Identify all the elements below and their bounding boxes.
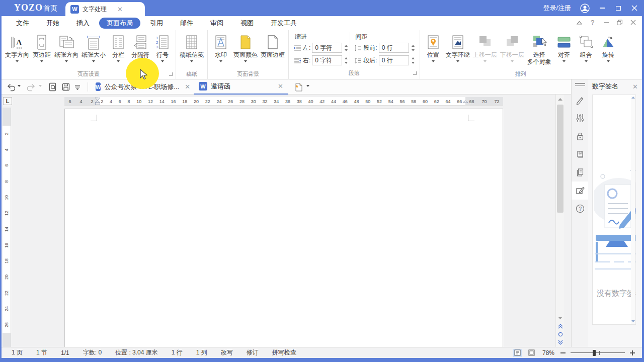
window-maximize-button[interactable] xyxy=(615,5,622,12)
paper-size-button[interactable]: 纸张大小 xyxy=(80,32,107,64)
menu-item[interactable]: 插入 xyxy=(69,18,97,29)
dialog-launcher-icon[interactable] xyxy=(413,71,417,75)
save-button[interactable] xyxy=(60,81,72,93)
spin-down-icon[interactable] xyxy=(412,62,415,65)
indent-left-input[interactable]: 0 字符 xyxy=(312,43,342,53)
page-color-button[interactable]: 页面颜色 xyxy=(232,32,259,64)
menu-item[interactable]: 页面布局 xyxy=(99,18,140,29)
text-direction-button[interactable]: A 文字方向 xyxy=(4,32,31,64)
zoom-in-icon[interactable] xyxy=(630,350,635,355)
status-item[interactable]: 1/1 xyxy=(61,349,69,356)
tab-stop-selector[interactable]: L xyxy=(3,97,12,105)
menu-item[interactable]: 邮件 xyxy=(173,18,201,29)
help-circle-icon[interactable]: ? xyxy=(572,200,589,218)
text-wrap-button[interactable]: 文字环绕 xyxy=(444,32,471,64)
zoom-slider[interactable] xyxy=(571,349,625,356)
previous-page-icon[interactable] xyxy=(556,322,565,330)
menu-item[interactable]: 开始 xyxy=(39,18,67,29)
spin-up-icon[interactable] xyxy=(345,56,348,59)
columns-button[interactable]: 分栏 xyxy=(107,32,129,64)
home-button[interactable]: 首页 xyxy=(43,4,57,13)
status-item[interactable]: 修订 xyxy=(247,348,259,357)
menu-item[interactable]: 引用 xyxy=(142,18,171,29)
undo-caret-icon[interactable] xyxy=(18,85,21,88)
indent-right-input[interactable]: 0 字符 xyxy=(312,55,342,65)
watermark-button[interactable]: 水印 xyxy=(210,32,232,64)
group-button[interactable]: 组合 xyxy=(575,32,597,64)
spin-down-icon[interactable] xyxy=(345,49,348,53)
status-item[interactable]: 拼写检查 xyxy=(272,348,296,357)
line-numbers-button[interactable]: 123 行号 xyxy=(151,32,174,64)
spin-up-icon[interactable] xyxy=(412,56,415,59)
hanging-indent-marker[interactable] xyxy=(95,101,100,105)
space-before-input[interactable]: 0 行 xyxy=(379,43,409,53)
help-icon[interactable]: ? xyxy=(590,19,596,27)
customize-toolbar-button[interactable] xyxy=(73,82,82,92)
menu-item[interactable]: 开发工具 xyxy=(263,18,304,29)
status-item[interactable]: 1 节 xyxy=(36,348,47,357)
tab-close-icon[interactable]: ✕ xyxy=(278,82,283,90)
status-item[interactable]: 位置 : 3.04 厘米 xyxy=(115,348,158,357)
margins-button[interactable]: 页边距 xyxy=(31,32,53,64)
spin-up-icon[interactable] xyxy=(345,43,348,47)
settings-sliders-icon[interactable] xyxy=(572,109,589,127)
new-document-button[interactable] xyxy=(292,81,304,93)
lock-icon[interactable] xyxy=(572,127,589,145)
first-line-indent-marker[interactable] xyxy=(95,97,100,101)
user-avatar-icon[interactable] xyxy=(580,4,590,13)
dialog-launcher-icon[interactable] xyxy=(169,72,173,76)
new-document-caret-icon[interactable] xyxy=(306,85,309,88)
status-item[interactable]: 1 行 xyxy=(172,348,183,357)
menu-item[interactable]: 文件 xyxy=(9,18,37,29)
undo-button[interactable] xyxy=(5,81,17,93)
draft-paper-button[interactable]: 稿纸信笺 xyxy=(178,32,205,64)
window-close-button[interactable] xyxy=(631,5,638,12)
scroll-down-icon[interactable] xyxy=(556,315,565,322)
spin-up-icon[interactable] xyxy=(412,43,415,47)
app-tab-close-icon[interactable]: ✕ xyxy=(117,6,123,13)
login-register-link[interactable]: 登录/注册 xyxy=(543,4,571,13)
app-tab-word[interactable]: W 文字处理 ✕ xyxy=(65,2,145,16)
ribbon-minimize-icon[interactable] xyxy=(604,20,609,27)
panel-close-icon[interactable]: ✕ xyxy=(632,83,638,90)
panel-scrollbar[interactable] xyxy=(631,96,635,324)
rotate-button[interactable]: 旋转 xyxy=(597,32,619,64)
menu-item[interactable]: 审阅 xyxy=(203,18,231,29)
space-after-input[interactable]: 0 行 xyxy=(379,55,409,65)
right-indent-marker[interactable] xyxy=(463,101,468,105)
print-layout-view-icon[interactable] xyxy=(513,349,522,357)
scroll-up-icon[interactable] xyxy=(556,96,565,103)
panel-drag-handle-icon[interactable] xyxy=(575,83,585,86)
document-page[interactable] xyxy=(64,109,503,347)
collapse-ribbon-icon[interactable] xyxy=(576,20,583,27)
status-item[interactable]: 改写 xyxy=(221,348,233,357)
notebook-icon[interactable] xyxy=(572,145,589,163)
zoom-slider-handle[interactable] xyxy=(593,350,596,356)
restore-window-icon[interactable] xyxy=(617,20,623,27)
spin-down-icon[interactable] xyxy=(345,62,348,65)
status-item[interactable]: 1 列 xyxy=(196,348,207,357)
pen-tool-icon[interactable] xyxy=(572,91,589,109)
align-button[interactable]: 对齐 xyxy=(553,32,575,64)
window-minimize-button[interactable] xyxy=(599,5,606,12)
select-browse-object-icon[interactable] xyxy=(556,330,565,338)
doc-tab-2-active[interactable]: W 邀请函 ✕ xyxy=(194,79,288,95)
paper-orientation-button[interactable]: 纸张方向 xyxy=(53,32,80,64)
zoom-out-icon[interactable] xyxy=(560,352,566,353)
status-item[interactable]: 字数: 0 xyxy=(83,348,102,357)
scrollbar-thumb[interactable] xyxy=(557,105,564,213)
web-layout-view-icon[interactable] xyxy=(527,349,536,357)
status-item[interactable]: 1 页 xyxy=(12,348,23,357)
spin-down-icon[interactable] xyxy=(412,49,415,53)
copy-pages-icon[interactable] xyxy=(572,163,589,182)
tab-close-icon[interactable]: ✕ xyxy=(185,83,190,90)
vertical-scrollbar[interactable] xyxy=(555,95,564,347)
menu-item[interactable]: 视图 xyxy=(233,18,261,29)
digital-signature-icon[interactable] xyxy=(572,182,589,200)
print-preview-button[interactable] xyxy=(47,81,59,93)
close-document-icon[interactable] xyxy=(630,20,636,27)
position-button[interactable]: 位置 xyxy=(422,32,444,64)
next-page-icon[interactable] xyxy=(556,338,565,346)
select-objects-button[interactable]: 选择 多个对象 xyxy=(526,32,553,66)
page-border-button[interactable]: 页面边框 xyxy=(259,32,286,59)
